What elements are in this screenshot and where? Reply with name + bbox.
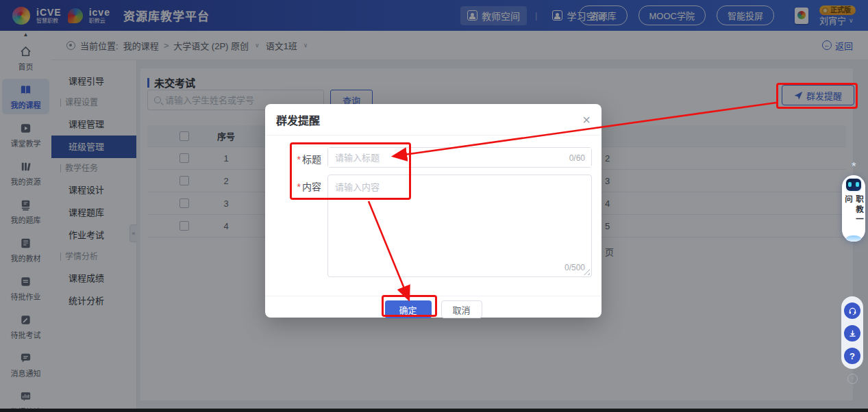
sparkle-icon: *	[852, 160, 856, 174]
title-input[interactable]	[328, 148, 591, 167]
confirm-button[interactable]: 确定	[385, 300, 432, 318]
cloud-download-icon	[848, 329, 857, 338]
floating-toolbar: ?	[841, 296, 863, 369]
content-textarea-wrap: 0/500	[327, 175, 592, 277]
headset-icon	[848, 307, 857, 316]
question-mark-icon: ?	[850, 351, 855, 361]
customer-service-button[interactable]	[844, 302, 860, 319]
content-char-counter: 0/500	[565, 263, 585, 272]
widget-close-icon[interactable]: ×	[847, 374, 858, 384]
download-button[interactable]	[844, 325, 860, 342]
mass-reminder-dialog: 群发提醒 × *标题 0/60 *内容 0/500 确定 取消	[265, 104, 602, 318]
cancel-button[interactable]: 取消	[441, 300, 482, 318]
title-char-counter: 0/60	[569, 153, 585, 163]
ai-assistant-widget[interactable]: 职教一问	[842, 175, 865, 242]
bottom-edge-bar	[0, 409, 868, 412]
dialog-title: 群发提醒	[276, 112, 320, 128]
title-field-label: *标题	[277, 152, 321, 166]
app-window: iCVE 智慧职教 icve 职教云 资源库教学平台 教师空间 | 学习空间 资…	[0, 0, 868, 412]
help-button[interactable]: ?	[844, 348, 860, 364]
wave-decoration	[846, 235, 861, 242]
assistant-label: 职教一问	[843, 195, 865, 233]
robot-icon	[845, 177, 863, 192]
content-textarea[interactable]	[328, 175, 591, 276]
close-icon[interactable]: ×	[582, 113, 591, 127]
content-field-label: *内容	[277, 179, 321, 193]
title-input-wrap: 0/60	[327, 147, 592, 168]
